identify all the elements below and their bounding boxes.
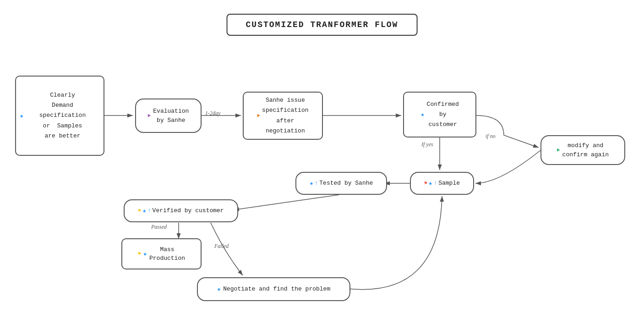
- play-green-icon: ▶: [557, 146, 560, 154]
- play-orange-icon: ▶: [257, 112, 260, 120]
- passed-label: Passed: [151, 224, 167, 231]
- mass-box: ⚑ ★ MassProduction: [121, 238, 202, 269]
- demand-box: ★ ClearlyDemandspecificationor Samplesar…: [15, 76, 104, 156]
- arrow-up-tested: ↑: [315, 179, 318, 187]
- modify-text: modify andconfirm again: [562, 141, 609, 159]
- evaluation-box: ▶ Evaluationby Sanhe: [135, 99, 202, 133]
- failed-label: Failed: [214, 243, 229, 250]
- star-blue-negotiate: ★: [217, 285, 221, 294]
- mass-text: MassProduction: [149, 245, 185, 263]
- star-blue-mass: ★: [143, 249, 147, 259]
- specification-text: Sanhe issuespecificationafternegotiation: [262, 95, 308, 136]
- confirmed-box: ★ Confirmedbycustomer: [403, 92, 476, 137]
- specification-box: ▶ Sanhe issuespecificationafternegotiati…: [243, 92, 323, 140]
- demand-text: ClearlyDemandspecificationor Samplesare …: [39, 90, 86, 141]
- verified-text: Verified by customer: [153, 206, 224, 215]
- flag-yellow-mass: ⚑: [138, 250, 141, 258]
- star-blue-tested1: ★: [310, 179, 313, 188]
- flag-yellow-icon: ⚑: [138, 207, 141, 215]
- star-blue-sample: ★: [429, 179, 432, 188]
- sample-box: ⚑ ★ ↑ Sample: [410, 172, 474, 195]
- negotiate-text: Negotiate and find the problem: [223, 285, 330, 294]
- title-text: CUSTOMIZED TRANFORMER FLOW: [246, 20, 398, 29]
- tested-box: ★ ↑ Tested by Sanhe: [295, 172, 387, 195]
- arrow-up-verified: ↑: [147, 207, 151, 215]
- days-label: 1-2day: [205, 110, 220, 117]
- page-title: CUSTOMIZED TRANFORMER FLOW: [227, 14, 418, 36]
- if-no-label: if no: [486, 133, 496, 140]
- evaluation-text: Evaluationby Sanhe: [153, 107, 189, 125]
- tested-text: Tested by Sanhe: [319, 179, 373, 188]
- arrow-up-sample: ↑: [434, 179, 437, 187]
- if-yes-label: If yes: [421, 141, 433, 148]
- sample-text: Sample: [438, 179, 460, 188]
- star-blue-demand: ★: [20, 111, 23, 121]
- confirmed-text: Confirmedbycustomer: [427, 99, 459, 130]
- star-blue-verified: ★: [142, 206, 146, 216]
- modify-box: ▶ modify andconfirm again: [540, 135, 625, 165]
- svg-line-6: [234, 195, 339, 210]
- negotiate-box: ★ Negotiate and find the problem: [197, 277, 350, 301]
- star-blue-confirmed: ★: [420, 110, 424, 120]
- verified-box: ⚑ ★ ↑ Verified by customer: [124, 199, 238, 222]
- play-purple-icon: ▶: [148, 112, 151, 120]
- flag-red-icon: ⚑: [424, 180, 427, 187]
